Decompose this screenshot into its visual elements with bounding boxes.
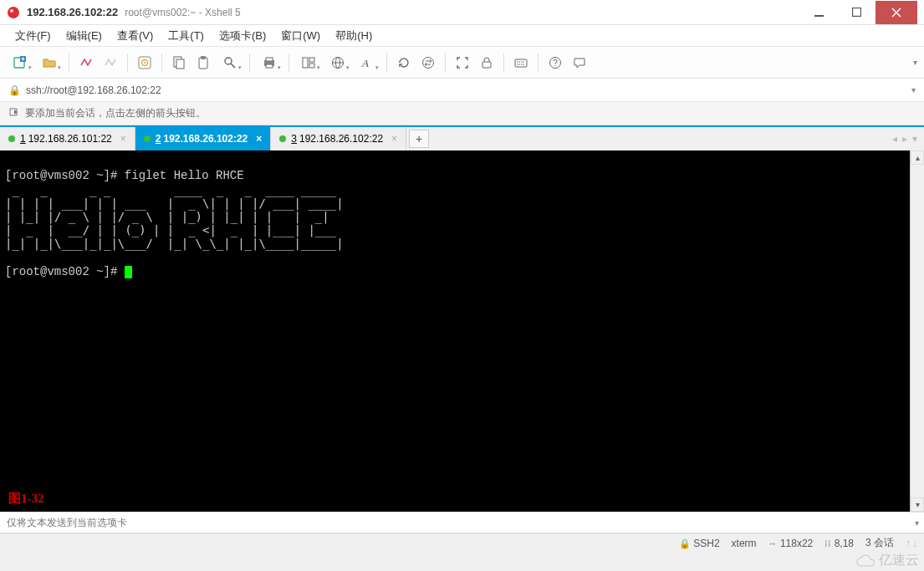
tab-strip: 1 192.168.26.101:22 × 2 192.168.26.102:2… — [0, 127, 924, 150]
status-size: ↔ 118x22 — [768, 538, 814, 549]
figure-label: 图1-32 — [8, 491, 44, 507]
svg-rect-29 — [515, 59, 527, 67]
terminal-container: [root@vms002 ~]# figlet Hello RHCE _ _ _… — [0, 150, 924, 512]
svg-point-27 — [423, 57, 434, 68]
language-button[interactable] — [324, 52, 351, 74]
address-bar[interactable]: 🔒 ssh://root@192.168.26.102:22 ▾ — [0, 79, 924, 102]
close-button[interactable] — [876, 1, 917, 24]
upload-icon: ↑ — [906, 538, 911, 549]
terminal-ascii-output: _ _ _ _ ____ _ _ ____ _____ | | | | ___|… — [5, 183, 905, 250]
size-icon: ↔ — [768, 538, 778, 548]
tab-label: 192.168.26.101:22 — [28, 133, 112, 145]
svg-rect-3 — [853, 8, 861, 17]
menu-window[interactable]: 窗口(W) — [274, 26, 327, 46]
compose-input[interactable] — [7, 517, 917, 528]
status-bar: 🔒 SSH2 xterm ↔ 118x22 ⁞⁞ 8,18 3 会话 ↑↓ — [0, 533, 924, 552]
svg-line-16 — [231, 64, 235, 68]
minimize-button[interactable] — [800, 1, 838, 24]
menu-view[interactable]: 查看(V) — [110, 26, 160, 46]
svg-text:A: A — [361, 57, 369, 69]
toolbar: A ? ▾ — [0, 47, 924, 79]
toolbar-overflow-icon[interactable]: ▾ — [913, 58, 917, 67]
tab-close-icon[interactable]: × — [256, 133, 262, 145]
scroll-down-icon[interactable]: ▾ — [911, 497, 924, 512]
tab-label: 192.168.26.102:22 — [164, 133, 248, 145]
status-dot-icon — [279, 135, 286, 142]
copy-button[interactable] — [168, 52, 190, 74]
svg-rect-19 — [266, 64, 273, 68]
svg-rect-20 — [303, 58, 308, 68]
lock-icon: 🔒 — [8, 84, 21, 96]
tab-label: 192.168.26.102:22 — [299, 133, 383, 145]
menu-file[interactable]: 文件(F) — [8, 26, 58, 46]
session-tab-2[interactable]: 2 192.168.26.102:22 × — [135, 127, 271, 150]
svg-point-0 — [8, 7, 19, 18]
profile-button[interactable] — [134, 52, 156, 74]
status-term: xterm — [732, 538, 757, 549]
open-session-button[interactable] — [36, 52, 63, 74]
watermark-text: 亿速云 — [879, 552, 919, 569]
app-icon — [7, 6, 20, 19]
title-bar: 192.168.26.102:22 root@vms002:~ - Xshell… — [0, 0, 924, 25]
status-cursor: ⁞⁞ 8,18 — [824, 538, 854, 549]
tab-prev-icon[interactable]: ◂ — [892, 133, 897, 145]
new-tab-button[interactable]: + — [409, 130, 429, 148]
tab-next-icon[interactable]: ▸ — [902, 133, 907, 145]
font-button[interactable]: A — [354, 52, 380, 74]
compose-menu-icon[interactable]: ▾ — [915, 518, 919, 528]
maximize-button[interactable] — [838, 1, 876, 24]
print-button[interactable] — [256, 52, 283, 74]
menu-tools[interactable]: 工具(T) — [161, 26, 211, 46]
window-title-sub: root@vms002:~ - Xshell 5 — [125, 7, 241, 18]
address-text: ssh://root@192.168.26.102:22 — [26, 84, 161, 96]
help-button[interactable]: ? — [544, 52, 566, 74]
cloud-icon — [855, 553, 876, 568]
menu-help[interactable]: 帮助(H) — [329, 26, 379, 46]
terminal[interactable]: [root@vms002 ~]# figlet Hello RHCE _ _ _… — [0, 150, 910, 512]
reconnect-button[interactable] — [75, 52, 97, 74]
refresh-button[interactable] — [393, 52, 415, 74]
paste-button[interactable] — [192, 52, 214, 74]
menu-bar: 文件(F) 编辑(E) 查看(V) 工具(T) 选项卡(B) 窗口(W) 帮助(… — [0, 25, 924, 47]
cursor-pos-icon: ⁞⁞ — [824, 538, 831, 548]
window-controls — [800, 1, 917, 24]
tab-nav: ◂ ▸ ▾ — [886, 127, 924, 150]
session-tab-3[interactable]: 3 192.168.26.102:22 × — [271, 127, 406, 150]
bottom-input-bar[interactable]: ▾ — [0, 512, 924, 533]
svg-point-15 — [225, 58, 232, 64]
info-bar: 要添加当前会话，点击左侧的箭头按钮。 — [0, 102, 924, 125]
fullscreen-button[interactable] — [452, 52, 473, 74]
watermark: 亿速云 — [855, 552, 919, 569]
tab-menu-icon[interactable]: ▾ — [912, 133, 917, 145]
svg-rect-14 — [201, 56, 206, 59]
download-icon: ↓ — [912, 538, 917, 549]
new-session-button[interactable] — [7, 52, 33, 74]
disconnect-button[interactable] — [100, 52, 121, 74]
lock-button[interactable] — [476, 52, 498, 74]
menu-tabs[interactable]: 选项卡(B) — [212, 26, 273, 46]
session-tab-1[interactable]: 1 192.168.26.101:22 × — [0, 127, 135, 150]
find-button[interactable] — [217, 52, 243, 74]
svg-rect-18 — [266, 58, 273, 61]
address-dropdown-icon[interactable]: ▾ — [911, 85, 916, 94]
keyboard-button[interactable] — [510, 52, 532, 74]
chat-button[interactable] — [569, 52, 590, 74]
vertical-scrollbar[interactable]: ▴ ▾ — [910, 150, 924, 512]
tab-close-icon[interactable]: × — [391, 133, 397, 145]
svg-point-10 — [144, 62, 145, 64]
terminal-prompt: [root@vms002 ~]# — [5, 265, 132, 278]
menu-edit[interactable]: 编辑(E) — [59, 26, 109, 46]
scroll-up-icon[interactable]: ▴ — [911, 150, 924, 165]
transfer-button[interactable] — [417, 52, 439, 74]
scroll-track[interactable] — [911, 165, 924, 497]
layout-button[interactable] — [295, 52, 322, 74]
info-hint-text: 要添加当前会话，点击左侧的箭头按钮。 — [25, 106, 206, 120]
status-dot-icon — [8, 135, 15, 142]
lock-icon: 🔒 — [679, 538, 691, 548]
status-dot-icon — [144, 135, 151, 142]
add-session-arrow-icon[interactable] — [8, 106, 20, 120]
status-proto: 🔒 SSH2 — [679, 538, 720, 549]
status-sessions: 3 会话 — [865, 536, 894, 550]
svg-rect-12 — [176, 59, 184, 69]
tab-close-icon[interactable]: × — [120, 133, 126, 145]
